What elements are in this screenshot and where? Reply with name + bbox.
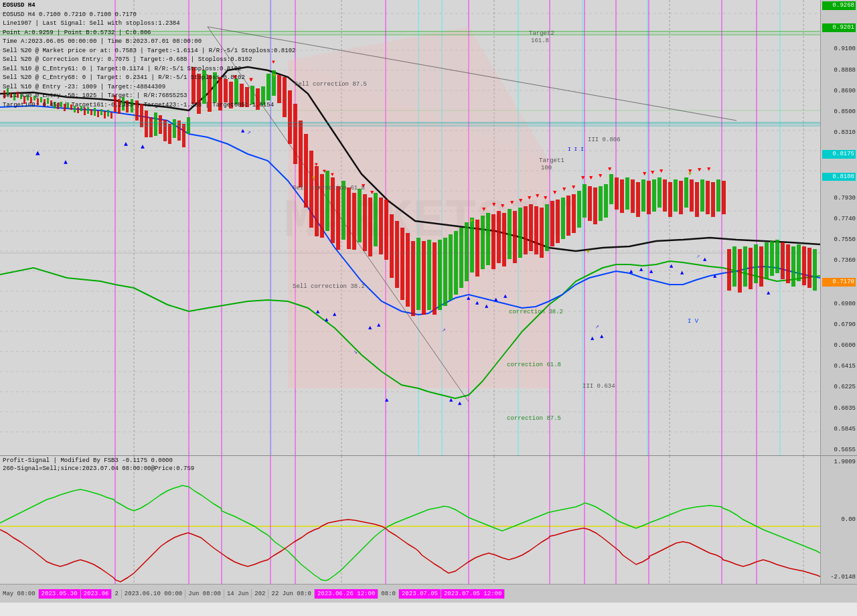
info-line-7: Sell %20 @ C_Entry68: 0 | Target: 0.2341… (3, 74, 295, 83)
svg-rect-186 (641, 179, 645, 212)
svg-rect-138 (384, 200, 388, 260)
svg-text:▲: ▲ (325, 317, 329, 323)
svg-rect-167 (540, 208, 544, 258)
ts-14jun: 14 Jun (224, 589, 252, 599)
oscillator-svg (0, 456, 820, 584)
svg-rect-213 (786, 244, 790, 283)
timestamps-bar: May 08:00 2023.05.30 2023.06 2 2023.06.1… (0, 589, 857, 599)
svg-rect-180 (609, 174, 613, 204)
svg-text:↗: ↗ (696, 253, 700, 260)
info-line-5: Sell %20 @ Correction Entry: 0.7075 | Ta… (3, 56, 295, 65)
main-chart: MARKETSIT EOSUSD H4 EOSUSD H4 0.7100 0.7… (0, 0, 857, 455)
svg-rect-95 (159, 115, 162, 134)
ts-july05-time: 2023.07.05 12:00 (441, 589, 505, 599)
iv-label: I V (688, 318, 699, 325)
bottom-bar: May 08:00 2023.05.30 2023.06 2 2023.06.1… (0, 584, 857, 603)
svg-rect-208 (759, 246, 763, 287)
svg-rect-194 (684, 177, 688, 208)
svg-text:▼: ▼ (698, 167, 702, 173)
correction-618-label: correction 61.8 (507, 362, 561, 368)
svg-text:▲: ▲ (385, 397, 389, 404)
svg-text:▼: ▼ (553, 189, 557, 196)
svg-rect-189 (657, 177, 661, 208)
svg-rect-187 (647, 181, 651, 214)
ts-july05: 2023.07.05 (399, 589, 441, 599)
price-8500: 0.8500 (822, 108, 856, 116)
svg-text:▲: ▲ (591, 335, 595, 342)
svg-rect-146 (427, 240, 431, 310)
svg-text:▲: ▲ (767, 290, 771, 297)
iii-0806-label: III 0.806 (588, 137, 621, 143)
oscillator-chart: Profit-Signal | Modified By FSB3 -0.1175… (0, 455, 857, 584)
svg-text:▲: ▲ (241, 128, 245, 135)
svg-rect-141 (400, 228, 404, 300)
svg-rect-150 (449, 234, 453, 300)
osc-label1: Profit-Signal | Modified By FSB3 -0.1175… (3, 457, 173, 464)
svg-rect-192 (674, 179, 678, 212)
iii-0634-label: III 0.634 (582, 383, 615, 390)
svg-rect-161 (508, 209, 512, 259)
svg-rect-99 (177, 121, 181, 141)
svg-rect-133 (358, 189, 362, 242)
svg-text:▲: ▲ (35, 149, 40, 157)
price-6790: 0.6790 (822, 321, 856, 329)
svg-text:▲: ▲ (449, 397, 453, 404)
price-6415: 0.6415 (822, 363, 856, 370)
svg-rect-169 (550, 201, 554, 246)
svg-rect-181 (615, 177, 619, 210)
svg-text:▼: ▼ (587, 248, 590, 254)
svg-rect-217 (807, 248, 811, 288)
svg-text:▲: ▲ (629, 268, 633, 275)
price-8888: 0.8888 (822, 67, 856, 74)
svg-text:▼: ▼ (536, 193, 540, 200)
svg-rect-152 (459, 228, 463, 288)
svg-rect-185 (636, 182, 640, 217)
svg-rect-176 (588, 186, 592, 221)
svg-text:▼: ▼ (572, 184, 576, 191)
svg-rect-143 (411, 241, 415, 316)
svg-text:▼: ▼ (544, 195, 548, 202)
svg-rect-80 (97, 110, 99, 117)
info-line-10: Target100: 0.453 | Target161:-0.2353 | T… (3, 101, 295, 110)
svg-rect-135 (368, 198, 372, 256)
svg-rect-165 (529, 204, 533, 251)
svg-rect-212 (781, 242, 785, 279)
ts-2: 2 (112, 589, 121, 599)
svg-rect-139 (390, 214, 394, 278)
svg-text:▼: ▼ (510, 200, 514, 206)
svg-text:▲: ▲ (503, 293, 508, 300)
svg-text:▼: ▼ (651, 169, 655, 176)
svg-rect-97 (168, 124, 171, 144)
svg-rect-199 (711, 182, 715, 217)
svg-rect-132 (352, 193, 356, 250)
svg-rect-92 (145, 110, 148, 137)
svg-rect-155 (475, 220, 479, 277)
sell-correction-618-label: Sell correction 61.8 (293, 185, 365, 191)
svg-text:▲: ▲ (703, 256, 707, 263)
svg-rect-178 (599, 186, 603, 221)
svg-text:▼: ▼ (501, 203, 505, 210)
svg-rect-149 (443, 238, 447, 306)
svg-rect-129 (336, 186, 340, 250)
svg-text:▲: ▲ (649, 268, 653, 275)
svg-rect-136 (374, 193, 378, 246)
svg-text:▼: ▼ (707, 166, 711, 173)
svg-rect-195 (690, 179, 694, 212)
target1-value-label: 100 (541, 165, 552, 171)
svg-rect-171 (561, 198, 565, 239)
price-5845: 0.5845 (822, 426, 856, 433)
svg-rect-145 (422, 241, 426, 315)
sell-correction-87-label: Sell correction 87.5 (295, 81, 367, 88)
svg-rect-164 (524, 206, 528, 254)
svg-text:▼: ▼ (519, 198, 523, 204)
price-scale: 0.9268 0.9201 0.9100 0.8888 0.8690 0.850… (820, 0, 857, 455)
svg-rect-202 (727, 249, 731, 291)
svg-rect-144 (416, 238, 420, 310)
ts-jun-08: Jun 08:00 (185, 589, 224, 599)
svg-rect-142 (406, 233, 410, 307)
svg-rect-183 (625, 177, 629, 210)
ts-08: 08:0 (378, 589, 399, 599)
svg-text:▼: ▼ (492, 202, 496, 208)
svg-text:▲: ▲ (124, 141, 128, 148)
svg-rect-134 (363, 194, 367, 251)
